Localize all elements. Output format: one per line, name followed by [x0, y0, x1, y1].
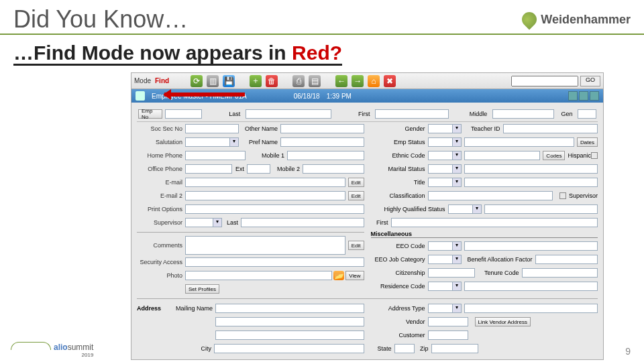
hq-status-dropdown[interactable] — [448, 204, 482, 214]
tenure-label: Tenure Code — [475, 269, 522, 276]
city-field[interactable] — [214, 344, 364, 353]
emp-no-button[interactable]: Emp No — [138, 109, 162, 119]
ext-field[interactable] — [247, 164, 270, 174]
close-window-icon[interactable] — [590, 91, 599, 101]
home-icon[interactable]: ⌂ — [368, 75, 380, 87]
other-name-field[interactable] — [280, 124, 364, 133]
teacher-id-field[interactable] — [503, 124, 598, 133]
maximize-icon[interactable] — [579, 91, 588, 101]
print-icon[interactable]: ⎙ — [292, 75, 305, 87]
soc-sec-label: Soc Sec No — [137, 125, 185, 132]
emp-status-dropdown[interactable] — [428, 137, 462, 147]
email2-edit-button[interactable]: Edit — [348, 191, 364, 200]
email-label: E-mail — [137, 179, 185, 186]
prev-icon[interactable]: ← — [335, 75, 347, 87]
comments-edit-button[interactable]: Edit — [348, 241, 364, 250]
link-vendor-button[interactable]: Link Vendor Address — [475, 317, 531, 326]
title-desc[interactable] — [464, 178, 598, 187]
mobile2-field[interactable] — [303, 164, 364, 174]
close-icon[interactable]: ✖ — [384, 75, 396, 87]
first-field[interactable] — [375, 109, 449, 119]
go-button[interactable]: GO — [580, 76, 600, 86]
residence-dropdown[interactable] — [428, 282, 462, 291]
goto-input[interactable] — [511, 76, 578, 86]
hq-status-desc[interactable] — [484, 204, 598, 214]
mobile1-field[interactable] — [287, 151, 364, 160]
title-label: Title — [371, 179, 428, 186]
refresh-icon[interactable]: ⟳ — [191, 75, 203, 87]
mobile1-label: Mobile 1 — [246, 152, 287, 159]
footer-logo-block: aliosummit 2019 — [11, 342, 93, 358]
slide-title: Did You Know… — [13, 5, 188, 34]
state-field[interactable] — [394, 344, 415, 353]
dates-button[interactable]: Dates — [577, 137, 598, 147]
sup-last-field[interactable] — [241, 218, 364, 227]
ethnic-dropdown[interactable] — [428, 151, 462, 160]
columns-icon[interactable]: ▥ — [207, 75, 219, 87]
export-icon[interactable]: ▤ — [309, 75, 321, 87]
sup-first-field[interactable] — [391, 218, 598, 227]
citizenship-field[interactable] — [428, 268, 475, 278]
security-field[interactable] — [185, 257, 364, 267]
mode-value: Find — [155, 77, 169, 84]
address-type-dropdown[interactable] — [428, 304, 462, 313]
view-button[interactable]: View — [345, 271, 364, 280]
address-line1-field[interactable] — [215, 317, 364, 326]
mailing-name-field[interactable] — [215, 304, 364, 313]
last-field[interactable] — [246, 109, 331, 119]
supervisor-checkbox[interactable] — [559, 192, 566, 199]
residence-label: Residence Code — [371, 283, 428, 290]
address-type-desc[interactable] — [464, 304, 598, 313]
address-line2-field[interactable] — [215, 330, 364, 340]
gender-dropdown[interactable] — [428, 124, 462, 133]
home-phone-field[interactable] — [185, 151, 246, 160]
salutation-dropdown[interactable] — [185, 137, 239, 147]
email-field[interactable] — [185, 178, 345, 187]
zip-field[interactable] — [431, 344, 478, 353]
middle-field[interactable] — [492, 109, 554, 119]
title-dropdown[interactable] — [428, 178, 462, 187]
form-body: Emp No Last First Middle Gen Soc Sec NoO… — [131, 103, 603, 359]
tenure-field[interactable] — [522, 268, 598, 278]
salutation-label: Salutation — [137, 139, 185, 145]
save-icon[interactable]: 💾 — [223, 75, 235, 87]
hispanic-checkbox[interactable] — [591, 152, 598, 159]
soc-sec-field[interactable] — [185, 124, 239, 133]
eeo-code-dropdown[interactable] — [428, 241, 462, 251]
city-label: City — [194, 345, 214, 352]
print-options-field[interactable] — [185, 204, 364, 214]
gen-field[interactable] — [578, 109, 596, 119]
email-edit-button[interactable]: Edit — [348, 178, 364, 187]
comments-field[interactable] — [185, 236, 345, 255]
subtitle-red: Red? — [292, 42, 342, 64]
residence-desc[interactable] — [464, 282, 598, 291]
supervisor-dropdown[interactable] — [185, 218, 222, 227]
eeo-job-dropdown[interactable] — [428, 255, 462, 264]
benefit-field[interactable] — [535, 255, 598, 264]
set-profiles-button[interactable]: Set Profiles — [185, 284, 219, 294]
vendor-field[interactable] — [428, 317, 468, 326]
marital-dropdown[interactable] — [428, 164, 462, 174]
minimize-icon[interactable] — [568, 91, 578, 101]
gender-label: Gender — [371, 125, 428, 132]
customer-field[interactable] — [428, 330, 468, 340]
photo-field[interactable] — [185, 271, 332, 280]
pref-name-field[interactable] — [280, 137, 364, 147]
folder-icon[interactable]: 📂 — [333, 271, 344, 280]
print-options-label: Print Options — [137, 206, 185, 213]
codes-button[interactable]: Codes — [543, 151, 565, 160]
name-row: Emp No Last First Middle Gen — [137, 107, 598, 122]
office-phone-field[interactable] — [185, 164, 232, 174]
email2-field[interactable] — [185, 191, 345, 200]
emp-status-desc[interactable] — [464, 137, 575, 147]
delete-icon[interactable]: 🗑 — [266, 75, 278, 87]
emp-no-field[interactable] — [165, 109, 202, 119]
classification-field[interactable] — [428, 191, 553, 200]
marital-desc[interactable] — [464, 164, 598, 174]
next-icon[interactable]: → — [352, 75, 364, 87]
main-toolbar: Mode Find ⟳ ▥ 💾 ＋ 🗑 ⎙ ▤ ← → ⌂ ✖ GO — [131, 73, 603, 89]
add-icon[interactable]: ＋ — [250, 75, 262, 87]
slide-subtitle: …Find Mode now appears in Red? — [0, 35, 644, 68]
ethnic-desc[interactable] — [464, 151, 541, 160]
eeo-code-desc[interactable] — [464, 241, 598, 251]
